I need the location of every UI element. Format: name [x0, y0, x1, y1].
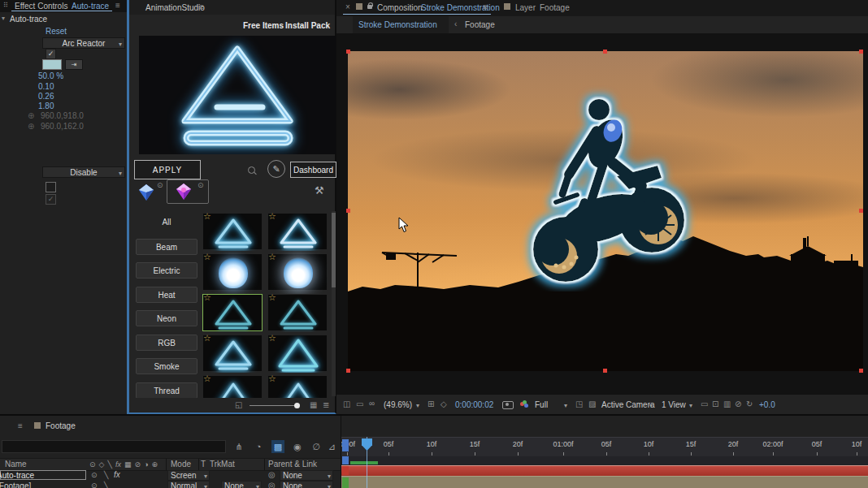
category-neon[interactable]: Neon [136, 310, 197, 326]
favorite-star-icon[interactable]: ☆ [203, 293, 211, 302]
preset-thumbnail[interactable]: ☆ [202, 213, 263, 250]
preset-thumbnail-selected[interactable]: ☆ [202, 294, 263, 331]
animationstudio-title[interactable]: AnimationStudio [145, 3, 205, 12]
region-of-interest-icon[interactable]: ◳ [575, 399, 583, 408]
eyedropper-button[interactable]: ⇥ [65, 59, 83, 70]
category-thread[interactable]: Thread [136, 382, 197, 399]
grid-view-icon[interactable]: ▦ [310, 400, 317, 409]
composition-tab-name[interactable]: Stroke Demonstration [421, 3, 500, 12]
layer-handle[interactable] [603, 369, 607, 373]
category-rgb[interactable]: RGB [136, 335, 197, 351]
thumbnail-size-slider[interactable] [250, 405, 298, 406]
quality-icon[interactable]: ╲ [104, 471, 108, 479]
frame-blending-icon[interactable]: ▩ [271, 440, 284, 453]
preset-thumbnail[interactable]: ☆ [202, 375, 263, 398]
preset-preview[interactable] [139, 36, 336, 154]
eye-icon[interactable]: ⊙ [91, 482, 98, 488]
slider-dot[interactable] [294, 403, 300, 408]
favorite-star-icon[interactable]: ☆ [268, 212, 276, 221]
reset-exposure-icon[interactable]: ↻ [746, 399, 753, 408]
mask-visibility-icon[interactable]: ◇ [441, 399, 447, 408]
column-parent-link[interactable]: Parent & Link [268, 460, 317, 469]
category-smoke[interactable]: Smoke [136, 358, 197, 374]
column-name[interactable]: Name [5, 460, 27, 469]
panel-menu-icon[interactable]: ≡ [115, 1, 120, 10]
search-input[interactable] [2, 440, 226, 453]
layer-handle[interactable] [859, 209, 863, 213]
panel-menu-icon[interactable]: ≡ [199, 2, 204, 11]
pickwhip-icon[interactable]: ◎ [268, 481, 276, 488]
back-chevron-icon[interactable]: ‹ [454, 19, 457, 28]
view-camera-dropdown[interactable]: Active Camera [601, 400, 655, 409]
list-view-icon[interactable]: ≣ [323, 400, 329, 409]
category-all[interactable]: All [136, 218, 197, 227]
panel-menu-icon[interactable]: ≡ [18, 421, 23, 430]
shy-layers-icon[interactable]: ◔ [252, 440, 265, 453]
effect-controls-tab[interactable]: Effect Controls [15, 2, 67, 11]
flowchart-icon[interactable]: ⊘ [735, 399, 741, 408]
favorite-star-icon[interactable]: ☆ [268, 374, 276, 383]
column-mode[interactable]: Mode [171, 460, 191, 469]
favorite-star-icon[interactable]: ☆ [203, 374, 211, 383]
layer-tab-name[interactable]: Footage [540, 3, 570, 12]
graph-editor-icon[interactable]: ⊿ [325, 440, 338, 453]
value-1[interactable]: 0.10 [38, 82, 54, 91]
preset-thumbnail[interactable]: ☆ [267, 213, 328, 250]
fx-icon[interactable]: fx [114, 470, 120, 479]
favorite-star-icon[interactable]: ☆ [268, 293, 276, 302]
preset-thumbnail[interactable]: ☆ [202, 335, 263, 372]
fast-previews-icon[interactable]: ⊡ [712, 399, 718, 408]
timeline-tab-footage[interactable]: Footage [46, 421, 76, 430]
value-2[interactable]: 0.26 [38, 92, 54, 101]
work-area-green-segment[interactable] [350, 461, 378, 464]
effect-checkbox-checked[interactable]: ✓ [46, 49, 56, 59]
composition-tab-label[interactable]: Composition [377, 3, 423, 12]
layer-row-auto-trace[interactable]: Auto-trace ⊙ ╲ fx Screen ▾ ◎ None ▾ [0, 470, 341, 480]
layer-handle[interactable] [859, 50, 863, 54]
color-swatch[interactable] [42, 59, 62, 70]
layer-handle[interactable] [346, 50, 350, 54]
reset-link[interactable]: Reset [46, 27, 67, 36]
transparency-grid-icon[interactable]: ▨ [588, 399, 596, 408]
favorite-star-icon[interactable]: ☆ [268, 253, 276, 261]
parent-dropdown[interactable]: None ▾ [280, 481, 333, 488]
category-electric[interactable]: Electric [136, 262, 197, 279]
composition-canvas[interactable] [348, 51, 863, 371]
checkbox-unchecked[interactable] [46, 182, 56, 192]
panel-menu-icon[interactable]: ≡ [483, 2, 488, 11]
grid-options-icon[interactable]: ⊞ [427, 399, 434, 408]
subtab-stroke-demonstration[interactable]: Stroke Demonstration [358, 20, 437, 29]
close-icon[interactable]: × [345, 2, 350, 11]
subtab-footage[interactable]: Footage [465, 20, 495, 29]
grid-scrollbar-thumb[interactable] [332, 213, 336, 287]
layer-bar-auto-trace[interactable] [341, 465, 868, 476]
layer-bar-footage[interactable] [341, 476, 868, 488]
parent-dropdown[interactable]: None ▾ [280, 470, 333, 481]
mini-flowchart-icon[interactable]: ⋔ [232, 440, 245, 453]
brush-tool-button[interactable]: ✎ [267, 160, 285, 178]
motion-blur-icon[interactable]: ◉ [291, 440, 304, 453]
work-area-strip[interactable] [341, 456, 868, 465]
mode-dropdown[interactable]: Screen ▾ [167, 470, 210, 481]
timeline-columns-icon[interactable]: ▥ [723, 399, 731, 408]
point-crosshair-icon[interactable]: ⊕ [28, 122, 34, 131]
pixel-aspect-icon[interactable]: ▭ [701, 399, 708, 408]
favorite-star-icon[interactable]: ☆ [268, 334, 276, 343]
layer-handle[interactable] [346, 209, 350, 213]
preset-thumbnail[interactable]: ☆ [267, 253, 328, 291]
magnification-dropdown[interactable]: (49.6%) [384, 400, 412, 409]
layer-tab-label[interactable]: Layer [515, 3, 536, 12]
value-3[interactable]: 1.80 [38, 101, 54, 110]
time-ruler[interactable]: 0:00f 05f 10f 15f 20f 01:00f 05f 10f 15f… [341, 437, 868, 458]
preset-thumbnail[interactable]: ☆ [267, 294, 328, 331]
apply-button[interactable]: APPLY [134, 160, 201, 179]
layer-handle[interactable] [859, 369, 863, 373]
search-icon[interactable] [248, 166, 255, 174]
value-opacity[interactable]: 50.0 % [38, 71, 63, 80]
layer-name[interactable]: Auto-trace [0, 471, 34, 480]
layer-handle[interactable] [346, 369, 350, 373]
grid-scrollbar-track[interactable] [332, 211, 336, 396]
mode-dropdown[interactable]: Normal ▾ [167, 481, 210, 488]
checkbox-checked-dim[interactable]: ✓ [46, 194, 56, 205]
layer-row-footage[interactable]: [Footage] ⊙ ╲ Normal ▾ None ▾ ◎ None ▾ [0, 481, 341, 488]
